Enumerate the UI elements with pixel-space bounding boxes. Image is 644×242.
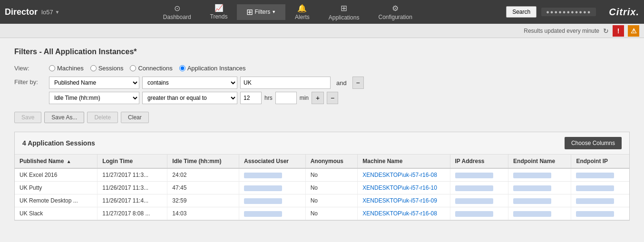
status-bar: Results updated every minute ↻ ! ⚠ (0, 24, 644, 38)
filter-line-1: Published Name Login Time Idle Time (hh:… (49, 77, 364, 89)
col-login-time[interactable]: Login Time (98, 155, 167, 168)
search-button[interactable]: Search (506, 6, 537, 18)
col-machine-name-label: Machine Name (362, 158, 402, 165)
associated-user-cell-blurred (244, 211, 282, 217)
filter-operator-1[interactable]: contains does not contain equals starts … (142, 77, 237, 89)
choose-columns-button[interactable]: Choose Columns (565, 137, 622, 149)
table-container: Published Name ▲ Login Time Idle Time (h… (15, 155, 629, 220)
instance-label: lo57 (41, 9, 53, 16)
machine-name-cell[interactable]: XENDESKTOP\uk-i57-r16-10 (358, 182, 450, 194)
ip-address-cell-blurred (455, 198, 493, 204)
machine-name-cell[interactable]: XENDESKTOP\uk-i57-r16-08 (358, 168, 450, 182)
nav-item-filters[interactable]: ⊞ Filters ▼ (237, 4, 285, 20)
nav-item-alerts[interactable]: 🔔 Alerts (285, 1, 319, 23)
anonymous-cell: No (305, 168, 358, 182)
filter-controls: Published Name Login Time Idle Time (hh:… (49, 77, 364, 104)
col-endpoint-name[interactable]: Endpoint Name (508, 155, 571, 168)
endpoint-name-cell (508, 207, 571, 220)
idle-time-cell: 47:45 (167, 182, 239, 194)
filter-line-2: Idle Time (hh:mm) Published Name Login T… (49, 92, 364, 104)
view-radio-appinstances[interactable] (179, 65, 185, 71)
nav-item-configuration[interactable]: ⚙ Configuration (369, 1, 421, 23)
ip-address-cell-blurred (455, 211, 493, 217)
results-header: 4 Application Sessions Choose Columns (15, 132, 629, 155)
endpoint-ip-cell (571, 182, 629, 194)
view-option-appinstances[interactable]: Application Instances (179, 65, 246, 72)
idle-time-cell: 14:03 (167, 207, 239, 220)
anonymous-cell: No (305, 207, 358, 220)
delete-button[interactable]: Delete (87, 112, 118, 123)
view-option-sessions[interactable]: Sessions (90, 65, 124, 72)
clear-button[interactable]: Clear (121, 112, 149, 123)
col-ip-address-label: IP Address (455, 158, 485, 165)
machine-name-cell-link[interactable]: XENDESKTOP\uk-i57-r16-08 (362, 210, 437, 217)
view-radio-connections[interactable] (130, 65, 136, 71)
table-row: UK Excel 201611/27/2017 11:3...24:02 NoX… (15, 168, 629, 182)
table-head: Published Name ▲ Login Time Idle Time (h… (15, 155, 629, 168)
filter-operator-2[interactable]: greater than or equal to less than equal… (142, 92, 237, 104)
nav-item-trends-label: Trends (210, 13, 228, 20)
remove-filter-2-button[interactable]: − (327, 92, 338, 104)
warn-orange-button[interactable]: ⚠ (628, 25, 639, 37)
view-radio-sessions[interactable] (90, 65, 97, 71)
view-options: Machines Sessions Connections Applicatio… (49, 65, 246, 72)
nav-item-trends[interactable]: 📈 Trends (201, 1, 237, 23)
filter-value-1[interactable] (240, 77, 331, 89)
col-endpoint-ip[interactable]: Endpoint IP (571, 155, 629, 168)
login-time-cell: 11/27/2017 11:3... (98, 168, 167, 182)
save-as-button[interactable]: Save As... (44, 112, 84, 123)
machine-name-cell-link[interactable]: XENDESKTOP\uk-i57-r16-08 (362, 172, 437, 178)
nav-item-applications[interactable]: ⊞ Applications (319, 0, 369, 24)
add-filter-button[interactable]: + (312, 92, 324, 104)
main-content: Filters - All Application Instances* Vie… (0, 38, 644, 230)
view-option-connections[interactable]: Connections (130, 65, 172, 72)
alerts-icon: 🔔 (297, 4, 307, 13)
filter-min-value[interactable] (275, 92, 297, 104)
associated-user-cell-blurred (244, 173, 282, 178)
col-login-time-label: Login Time (102, 158, 133, 165)
col-published-name[interactable]: Published Name ▲ (15, 155, 98, 168)
view-row: View: Machines Sessions Connections Appl… (14, 65, 630, 72)
citrix-logo: Citrix. (609, 7, 639, 18)
col-ip-address[interactable]: IP Address (450, 155, 508, 168)
refresh-icon[interactable]: ↻ (603, 27, 609, 35)
col-idle-time[interactable]: Idle Time (hh:mm) (167, 155, 239, 168)
machine-name-cell-link[interactable]: XENDESKTOP\uk-i57-r16-09 (362, 197, 437, 204)
ip-address-cell (450, 168, 508, 182)
associated-user-cell (239, 182, 306, 194)
endpoint-name-cell (508, 182, 571, 194)
save-button[interactable]: Save (14, 112, 41, 123)
machine-name-cell[interactable]: XENDESKTOP\uk-i57-r16-08 (358, 207, 450, 220)
col-associated-user[interactable]: Associated User (239, 155, 306, 168)
instance-selector[interactable]: lo57 ▼ (41, 9, 59, 16)
col-endpoint-ip-label: Endpoint IP (576, 158, 608, 165)
remove-filter-1-button[interactable]: − (352, 77, 364, 89)
idle-time-cell: 32:59 (167, 194, 239, 207)
table-row: UK Remote Desktop ...11/26/2017 11:4...3… (15, 194, 629, 207)
login-time-cell: 11/26/2017 11:3... (98, 182, 167, 194)
endpoint-ip-cell-blurred (576, 173, 614, 178)
machine-name-cell-link[interactable]: XENDESKTOP\uk-i57-r16-10 (362, 184, 437, 191)
brand-name: Director (5, 7, 38, 17)
col-anonymous[interactable]: Anonymous (305, 155, 358, 168)
ip-address-cell-blurred (455, 185, 493, 191)
nav-user: ●●●●●●●●●●● (541, 8, 596, 16)
view-option-appinstances-label: Application Instances (187, 65, 246, 72)
endpoint-ip-cell (571, 194, 629, 207)
published-name-cell: UK Slack (15, 207, 98, 220)
nav-item-dashboard[interactable]: ⊙ Dashboard (154, 1, 201, 23)
col-machine-name[interactable]: Machine Name (358, 155, 450, 168)
filter-column-1[interactable]: Published Name Login Time Idle Time (hh:… (49, 77, 139, 89)
view-option-machines[interactable]: Machines (49, 65, 84, 72)
table-row: UK Putty11/26/2017 11:3...47:45 NoXENDES… (15, 182, 629, 194)
view-radio-machines[interactable] (49, 65, 55, 71)
machine-name-cell[interactable]: XENDESKTOP\uk-i57-r16-09 (358, 194, 450, 207)
action-buttons: Save Save As... Delete Clear (14, 112, 630, 123)
filter-by-label: Filter by: (14, 78, 45, 86)
alert-red-button[interactable]: ! (613, 25, 624, 37)
table-body: UK Excel 201611/27/2017 11:3...24:02 NoX… (15, 168, 629, 220)
filter-column-2[interactable]: Idle Time (hh:mm) Published Name Login T… (49, 92, 139, 104)
filter-hrs-value[interactable] (240, 92, 262, 104)
col-associated-user-label: Associated User (244, 158, 289, 165)
associated-user-cell-blurred (244, 198, 282, 204)
